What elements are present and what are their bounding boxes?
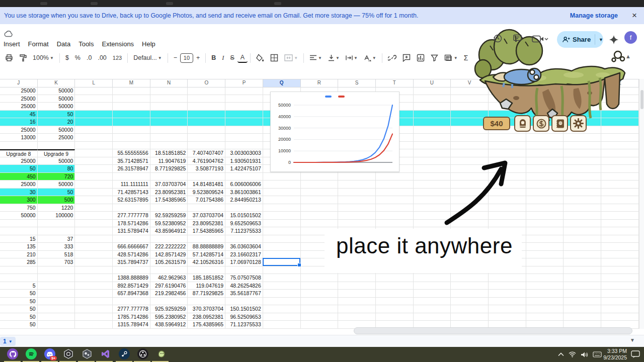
menu-item-insert[interactable]: Insert: [0, 39, 24, 50]
game-journal-button[interactable]: [551, 115, 568, 132]
cell-M-7[interactable]: [113, 134, 150, 142]
cell-O-18[interactable]: 23.80952381: [188, 220, 225, 228]
cell-V-3[interactable]: [451, 103, 489, 111]
italic-button[interactable]: I: [219, 53, 227, 63]
cell-W-25[interactable]: [489, 274, 526, 282]
cell-K-11[interactable]: 80: [38, 165, 75, 173]
cell-N-21[interactable]: 222.2222222: [150, 243, 188, 251]
horizontal-scrollbar[interactable]: [354, 327, 632, 334]
cell-M-18[interactable]: 178.5714286: [113, 220, 150, 228]
menu-item-format[interactable]: Format: [25, 39, 52, 50]
cell-Y-23[interactable]: [564, 258, 601, 266]
cell-W-27[interactable]: [489, 290, 526, 298]
cell-X-18[interactable]: [526, 220, 564, 228]
cell-U-3[interactable]: [414, 103, 451, 111]
cell-P-16[interactable]: [225, 204, 263, 212]
cell-U-26[interactable]: [414, 282, 451, 290]
cell-Q-30[interactable]: [263, 313, 301, 321]
cell-L-31[interactable]: [75, 321, 113, 329]
cell-Y-25[interactable]: [564, 274, 601, 282]
cell-L-27[interactable]: [75, 290, 113, 298]
cell-M-30[interactable]: 1785.714286: [113, 313, 150, 321]
cell-P-23[interactable]: 17.06970128: [225, 258, 263, 266]
cell-X-30[interactable]: [526, 313, 564, 321]
cell-N-11[interactable]: 8.771929825: [150, 165, 188, 173]
cell-L-8[interactable]: [75, 142, 113, 150]
text-wrap-icon[interactable]: ▼: [343, 53, 361, 62]
menu-item-data[interactable]: Data: [53, 39, 74, 50]
cell-M-24[interactable]: [113, 266, 150, 275]
cell-J-25[interactable]: [0, 274, 38, 282]
cell-S-14[interactable]: [338, 189, 376, 197]
cell-Z-1[interactable]: [601, 87, 639, 95]
cell-J-24[interactable]: [0, 266, 38, 275]
cell-Z-15[interactable]: [601, 196, 639, 204]
cell-J-6[interactable]: 25000: [0, 126, 38, 134]
cell-N-27[interactable]: 219.2982456: [150, 290, 188, 298]
cell-P-12[interactable]: [225, 173, 263, 181]
cell-T-26[interactable]: [376, 282, 414, 290]
cell-L-7[interactable]: [75, 134, 113, 142]
cell-J-1[interactable]: 25000: [0, 87, 38, 95]
cell-K-27[interactable]: [38, 290, 75, 298]
cell-S-30[interactable]: [338, 313, 376, 321]
cell-T-17[interactable]: [376, 212, 414, 220]
cell-R-17[interactable]: [301, 212, 339, 220]
cell-N-1[interactable]: [150, 87, 188, 95]
cell-Y-14[interactable]: [564, 189, 601, 197]
cell-S-26[interactable]: [338, 282, 376, 290]
cell-P-30[interactable]: 96.52509653: [225, 313, 263, 321]
cell-M-5[interactable]: [113, 118, 150, 126]
cell-Y-9[interactable]: [564, 149, 601, 157]
cell-X-20[interactable]: [526, 235, 564, 243]
cell-K-16[interactable]: 1220: [38, 204, 75, 212]
column-header-T[interactable]: T: [376, 79, 414, 87]
cell-J-10[interactable]: 25000: [0, 157, 38, 165]
column-header-N[interactable]: N: [150, 79, 188, 87]
cell-U-2[interactable]: [414, 95, 451, 103]
column-header-V[interactable]: V: [451, 79, 489, 87]
cell-P-9[interactable]: 3.003003003: [225, 149, 263, 157]
cell-W-7[interactable]: [489, 134, 526, 142]
discord-icon[interactable]: 9+: [44, 348, 55, 359]
cell-N-17[interactable]: 92.59259259: [150, 212, 188, 220]
cell-J-15[interactable]: 300: [0, 196, 38, 204]
cell-Q-21[interactable]: [263, 243, 301, 251]
cell-M-11[interactable]: 26.31578947: [113, 165, 150, 173]
cell-M-22[interactable]: 428.5714286: [113, 251, 150, 259]
share-button[interactable]: Share ▼: [557, 31, 603, 48]
cell-O-25[interactable]: 185.1851852: [188, 274, 225, 282]
cell-X-26[interactable]: [526, 282, 564, 290]
cell-R-12[interactable]: [301, 173, 339, 181]
cell-N-24[interactable]: [150, 266, 188, 275]
cell-R-13[interactable]: [301, 180, 339, 189]
cell-Q-15[interactable]: [263, 196, 301, 204]
tray-expand-icon[interactable]: [558, 352, 564, 356]
create-filter-icon[interactable]: [428, 53, 441, 63]
cell-P-2[interactable]: [225, 95, 263, 103]
cell-Q-26[interactable]: [263, 282, 301, 290]
font-size-input[interactable]: 10: [180, 53, 193, 63]
cell-Z-4[interactable]: [601, 111, 639, 119]
cell-X-27[interactable]: [526, 290, 564, 298]
cell-L-23[interactable]: [75, 258, 113, 266]
filter-views-icon[interactable]: ▼: [441, 53, 461, 63]
cell-Q-16[interactable]: [263, 204, 301, 212]
cell-U-25[interactable]: [414, 274, 451, 282]
cell-U-27[interactable]: [414, 290, 451, 298]
cell-Q-17[interactable]: [263, 212, 301, 220]
cell-X-8[interactable]: [526, 142, 564, 150]
cell-R-26[interactable]: [301, 282, 339, 290]
close-banner-icon[interactable]: ×: [632, 11, 637, 21]
cell-K-15[interactable]: 500: [38, 196, 75, 204]
cell-O-3[interactable]: [188, 103, 225, 111]
format-currency-button[interactable]: $: [62, 53, 72, 63]
cell-P-10[interactable]: 1.930501931: [225, 157, 263, 165]
cell-O-24[interactable]: [188, 266, 225, 275]
cell-X-21[interactable]: [526, 243, 564, 251]
cell-P-13[interactable]: 6.006006006: [225, 180, 263, 189]
vertical-scrollbar[interactable]: [639, 79, 644, 329]
game-money-button[interactable]: $40: [483, 117, 510, 130]
cell-Y-17[interactable]: [564, 212, 601, 220]
cell-R-30[interactable]: [301, 313, 339, 321]
